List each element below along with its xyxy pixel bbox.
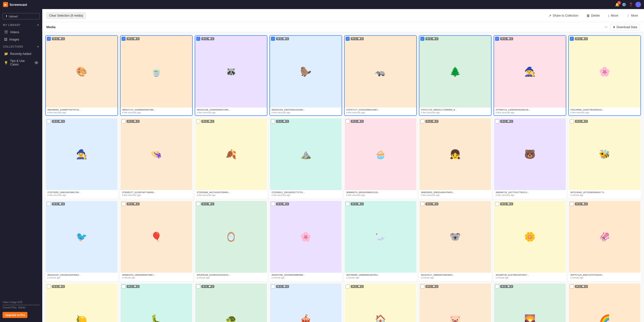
- media-card[interactable]: 🐢 👁 0 💬 0 352543688_208230115453052... a…: [195, 283, 267, 322]
- view-count: 0: [280, 38, 281, 40]
- help-icon[interactable]: ❓: [629, 3, 633, 7]
- media-checkbox[interactable]: [420, 119, 424, 123]
- media-checkbox[interactable]: [346, 119, 350, 123]
- media-checkbox[interactable]: [495, 284, 499, 289]
- sidebar-item-tips[interactable]: 💡 Tips & Use Cases 5: [1, 58, 41, 68]
- media-checkbox[interactable]: [420, 202, 424, 206]
- media-card[interactable]: 🦢 👁 0 💬 0 363786995_168884691487552... a…: [344, 200, 417, 281]
- media-card-name: 365862478_185064994579967...: [122, 274, 191, 276]
- media-checkbox[interactable]: [196, 119, 200, 123]
- media-card[interactable]: 👒 👁 0 💬 0 375095277_612397497746958... a…: [120, 118, 193, 198]
- media-checkbox[interactable]: [47, 119, 51, 123]
- share-to-collection-button[interactable]: ↗ Share to Collection: [546, 12, 580, 19]
- media-card[interactable]: ⛰️ 👁 0 💬 0 372038912_330136252771751... …: [269, 118, 342, 198]
- media-card[interactable]: 🌸 ✓ 👁 0 💬 0 376134950_216977801060416...…: [568, 35, 641, 116]
- eye-icon: 👁: [128, 285, 130, 288]
- media-card[interactable]: 🧙 ✓ 👁 0 💬 0 377993714_1438250530349139..…: [494, 35, 566, 116]
- settings-icon[interactable]: ⚙️: [622, 3, 626, 7]
- media-checkbox[interactable]: [196, 284, 200, 289]
- media-emoji: 🐨: [450, 232, 461, 241]
- media-checkbox[interactable]: [570, 284, 574, 289]
- media-overlay: ✓ 👁 0 💬 0: [271, 37, 341, 41]
- media-card[interactable]: 🦫 ✓ 👁 0 💬 0 382591329_336370942191696...…: [269, 35, 342, 116]
- notifications-icon[interactable]: 🔔: [615, 3, 619, 7]
- media-checkbox[interactable]: ✓: [420, 37, 424, 41]
- media-card[interactable]: 🍵 ✓ 👁 0 💬 0 385637172_324906820087386...…: [120, 35, 193, 116]
- media-card[interactable]: 🐦 👁 0 💬 0 366444140_136184216203083... a…: [45, 200, 118, 281]
- media-checkbox[interactable]: ✓: [495, 37, 499, 41]
- media-card[interactable]: 🌲 ✓ 👁 0 💬 0 379711715_696441171906869_8.…: [419, 35, 492, 116]
- media-thumbnail: 🧙‍♀️ 👁 0 💬 0: [46, 118, 117, 190]
- media-card[interactable]: 🐷 👁 0 💬 0 347328847_224557273643491... a…: [419, 283, 492, 322]
- media-card[interactable]: 🏠 👁 0 💬 0 350466350_670186414920608... a…: [344, 283, 417, 322]
- media-checkbox[interactable]: [346, 284, 350, 289]
- media-checkbox[interactable]: [495, 119, 499, 123]
- media-card[interactable]: 🐻 👁 0 💬 0 368084719_162779127763213... a…: [494, 118, 566, 198]
- media-checkbox[interactable]: ✓: [196, 37, 200, 41]
- media-card[interactable]: 🧁 👁 0 💬 0 369868274_983919396615130... a…: [344, 118, 417, 198]
- media-checkbox[interactable]: ✓: [346, 37, 350, 41]
- upgrade-button[interactable]: Upgrade to Pro: [3, 312, 27, 318]
- avatar[interactable]: [635, 2, 641, 7]
- move-label: Move: [611, 14, 618, 17]
- media-card[interactable]: 🎨 ✓ 👁 0 💬 0 386349093_104999770270719...…: [45, 35, 118, 116]
- media-card-time: a few seconds ago: [122, 194, 191, 196]
- media-checkbox[interactable]: [271, 202, 275, 206]
- my-library-add-icon[interactable]: +: [37, 23, 39, 27]
- media-checkbox[interactable]: [122, 119, 126, 123]
- media-card[interactable]: 🌼 👁 0 💬 0 361080745_614736013973927... a…: [494, 200, 566, 281]
- sidebar-item-recently-added[interactable]: 📁 Recently Added: [1, 50, 41, 57]
- media-checkbox[interactable]: [271, 284, 275, 289]
- media-checkbox[interactable]: [570, 119, 574, 123]
- media-checkbox[interactable]: ✓: [271, 37, 275, 41]
- media-checkbox[interactable]: [495, 202, 499, 206]
- download-data-button[interactable]: ⬇ Download Data: [610, 24, 640, 30]
- media-emoji: 🎨: [76, 67, 87, 76]
- collections-add-icon[interactable]: +: [37, 45, 39, 49]
- media-checkbox[interactable]: [47, 284, 51, 289]
- media-card[interactable]: 🐝 👁 0 💬 0 367519349_167152862669417 9...…: [568, 118, 641, 198]
- media-checkbox[interactable]: [271, 119, 275, 123]
- sidebar-item-images[interactable]: 🖼 Images: [1, 36, 41, 43]
- view-count: 0: [131, 120, 132, 123]
- move-button[interactable]: ↕ Move: [606, 12, 620, 19]
- media-checkbox[interactable]: [346, 202, 350, 206]
- media-checkbox[interactable]: ✓: [47, 37, 51, 41]
- media-thumbnail: 🍋 👁 0 💬 0: [46, 283, 117, 322]
- sidebar-item-videos[interactable]: 🎬 Videos: [1, 29, 41, 35]
- delete-button[interactable]: 🗑 Delete: [584, 12, 602, 19]
- media-card[interactable]: 🌸 👁 0 💬 0 364397296_202209035880988... a…: [269, 200, 342, 281]
- media-card-info: 385637172_324906820087386... a few secon…: [120, 108, 192, 115]
- media-card[interactable]: 🍂 👁 0 💬 0 372053084_842741003765963... a…: [195, 118, 267, 198]
- media-card[interactable]: 🌄 👁 0 💬 0 346046327_945511596652644... a…: [494, 283, 566, 322]
- media-grid-container[interactable]: 🎨 ✓ 👁 0 💬 0 386349093_104999770270719...…: [42, 32, 644, 322]
- media-card[interactable]: 🎈 👁 0 💬 0 365862478_185064994579967... a…: [120, 200, 193, 281]
- media-thumbnail: 🍵 ✓ 👁 0 💬 0: [120, 36, 192, 108]
- media-card[interactable]: 🐨 👁 0 💬 0 362419117_588846576653653... a…: [419, 200, 492, 281]
- comment-icon: 💬: [507, 120, 510, 123]
- media-card[interactable]: 🦝 ✓ 👁 0 💬 0 383151248_154500008257289...…: [195, 35, 267, 116]
- media-checkbox[interactable]: [122, 284, 126, 289]
- media-card[interactable]: 👧 👁 0 💬 0 369829593_306531465476003... a…: [419, 118, 492, 198]
- media-checkbox[interactable]: ✓: [122, 37, 126, 41]
- media-checkbox[interactable]: [420, 284, 424, 289]
- media-checkbox[interactable]: ✓: [570, 37, 574, 41]
- media-checkbox[interactable]: [47, 202, 51, 206]
- media-checkbox[interactable]: [122, 202, 126, 206]
- view-count: 0: [56, 120, 57, 123]
- media-card[interactable]: 🍋 👁 0 💬 0 358021909_268676699102835... a…: [45, 283, 118, 322]
- media-card-info: 372038912_330136252771751... a few secon…: [270, 190, 342, 198]
- media-card[interactable]: 🐛 👁 0 💬 0 357188044_220463099972759... a…: [120, 283, 193, 322]
- media-card[interactable]: 🪞 👁 0 💬 0 365409168_610061031015024... a…: [195, 200, 267, 281]
- media-card[interactable]: 🦡 ✓ 👁 0 💬 0 379757177_222522990514487...…: [344, 35, 417, 116]
- media-card[interactable]: 🎪 👁 0 💬 0 348269120_103110552121002 6...…: [269, 283, 342, 322]
- media-checkbox[interactable]: [570, 202, 574, 206]
- media-checkbox[interactable]: [196, 202, 200, 206]
- upload-button[interactable]: ⬆ Upload: [3, 13, 40, 19]
- media-stats: 👁 0 💬 0: [52, 285, 65, 288]
- media-card[interactable]: 🦑 👁 0 💬 0 359757125_808271070750220... a…: [568, 200, 641, 281]
- clear-selection-button[interactable]: Clear Selection (8 media): [46, 12, 86, 19]
- media-card[interactable]: 🧙‍♀️ 👁 0 💬 0 375276355_268015823881780..…: [45, 118, 118, 198]
- more-button[interactable]: ⋮ More: [624, 12, 640, 19]
- media-card[interactable]: 🌈 👁 0 💬 0 345471816_795869058408885... a…: [568, 283, 641, 322]
